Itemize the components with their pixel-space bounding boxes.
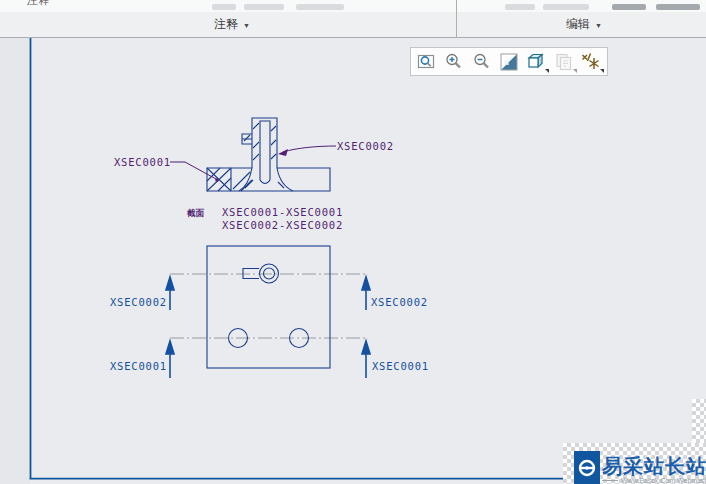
clipped-ribbon-content xyxy=(244,4,284,10)
cut-label-bottom-left[interactable]: XSEC0001 xyxy=(110,360,167,372)
chevron-down-icon xyxy=(600,69,604,73)
chevron-down-icon xyxy=(545,69,549,73)
repaint-icon[interactable] xyxy=(496,49,522,74)
section-view[interactable] xyxy=(207,118,330,191)
chevron-down-icon: ▼ xyxy=(243,22,250,29)
viewer-toolbar xyxy=(410,47,608,76)
tab-annotate-clipped[interactable]: 注释 xyxy=(27,0,49,7)
clipped-ribbon-content xyxy=(543,4,589,10)
easck-logo-icon xyxy=(574,451,600,484)
drawing-sheet: XSEC0001 XSEC0002 截面 XSEC0001-XSEC0001 X… xyxy=(0,38,706,484)
clipped-ribbon-content xyxy=(612,4,646,10)
xsec1-leader-label[interactable]: XSEC0001 xyxy=(114,156,171,168)
cut-arrow-up-icon xyxy=(166,341,174,354)
ribbon-clipped-row: 注释 xyxy=(0,0,706,12)
ribbon-group-row: 注释 ▼ 编辑 ▼ xyxy=(0,12,706,37)
edit-group-dropdown[interactable]: 编辑 ▼ xyxy=(566,12,602,37)
plan-view[interactable] xyxy=(207,246,330,368)
cutting-plane-lines xyxy=(170,274,367,338)
watermark-dash xyxy=(602,480,618,481)
annotate-group-dropdown[interactable]: 注释 ▼ xyxy=(214,12,250,37)
section-caption-line1[interactable]: XSEC0001-XSEC0001 xyxy=(222,206,343,218)
watermark-tagline: Www.Easck.Com Webmaster xyxy=(621,477,706,484)
zoom-out-icon[interactable] xyxy=(469,49,495,74)
section-cut-arrows[interactable]: XSEC0002 XSEC0002 XSEC0001 XSEC0001 xyxy=(110,277,429,378)
cut-label-top-right[interactable]: XSEC0002 xyxy=(371,296,428,308)
ribbon-divider xyxy=(456,0,457,37)
creo-drawing-window: { "ribbon": { "clipped_top_tab": "注释", "… xyxy=(0,0,706,484)
cut-label-top-left[interactable]: XSEC0002 xyxy=(110,296,167,308)
watermark-transparency-strip xyxy=(692,399,706,443)
chevron-down-icon: ▼ xyxy=(595,22,602,29)
section-caption-line2[interactable]: XSEC0002-XSEC0002 xyxy=(222,219,343,231)
clipped-ribbon-content xyxy=(505,4,535,10)
datum-display-filters-icon[interactable] xyxy=(578,49,604,74)
annotate-group-label: 注释 xyxy=(214,16,238,33)
zoom-window-icon[interactable] xyxy=(414,49,440,74)
leader-dot xyxy=(215,178,219,182)
zoom-in-icon[interactable] xyxy=(441,49,467,74)
xsec2-leader-label[interactable]: XSEC0002 xyxy=(337,140,394,152)
saved-views-icon[interactable] xyxy=(523,49,549,74)
watermark: 易采站长站 Www.Easck.Com Webmaster xyxy=(563,443,706,484)
sheet-border xyxy=(30,38,706,479)
watermark-site-name: 易采站长站 xyxy=(602,456,706,476)
clipped-ribbon-content xyxy=(212,4,236,10)
drawing-canvas[interactable]: XSEC0001 XSEC0002 截面 XSEC0001-XSEC0001 X… xyxy=(0,38,706,484)
edit-group-label: 编辑 xyxy=(566,16,590,33)
cut-arrow-up-icon xyxy=(362,277,370,290)
leader-arrowhead xyxy=(278,149,288,156)
ribbon: 注释 注释 ▼ 编辑 ▼ xyxy=(0,0,706,38)
section-caption-prefix: 截面 xyxy=(186,208,205,218)
sheets-icon xyxy=(551,49,577,74)
cut-label-bottom-right[interactable]: XSEC0001 xyxy=(372,360,429,372)
clipped-ribbon-content xyxy=(296,4,344,10)
xsec2-leader-line xyxy=(283,146,336,152)
section-annotations[interactable]: XSEC0001 XSEC0002 截面 XSEC0001-XSEC0001 X… xyxy=(114,140,394,231)
chevron-down-icon xyxy=(573,69,577,73)
cut-arrow-up-icon xyxy=(166,277,174,290)
clipped-ribbon-content xyxy=(656,4,700,10)
cut-arrow-up-icon xyxy=(362,341,370,354)
